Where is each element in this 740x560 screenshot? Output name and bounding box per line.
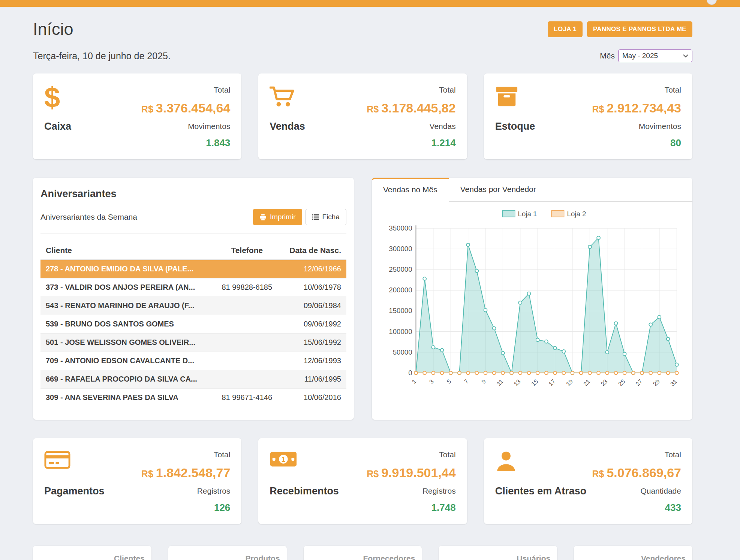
- svg-text:Loja 2: Loja 2: [567, 210, 586, 218]
- birthday-row[interactable]: 539 - BRUNO DOS SANTOS GOMES09/06/1992: [40, 315, 346, 333]
- birthday-row[interactable]: 373 - VALDIR DOS ANJOS PEREIRA (AN...81 …: [40, 278, 346, 296]
- vendas-tab-bar: Vendas no Mês Vendas por Vendedor: [372, 178, 692, 202]
- chevron-down-icon: [683, 54, 688, 58]
- birthday-phone: [214, 260, 280, 278]
- list-icon: [312, 214, 319, 220]
- count-value: 1.843: [206, 137, 230, 149]
- svg-text:250000: 250000: [389, 265, 412, 273]
- svg-text:200000: 200000: [389, 286, 412, 294]
- stat-label: Recebimentos: [270, 485, 339, 497]
- total-label: Total: [665, 85, 681, 94]
- birthday-client: 669 - RAFAELA PROCOPIO DA SILVA CA...: [40, 370, 214, 388]
- person-icon: [495, 450, 587, 479]
- current-date: Terça-feira, 10 de junho de 2025.: [33, 51, 171, 61]
- birthday-date: 09/06/1984: [280, 296, 346, 315]
- birthday-row[interactable]: 309 - ANA SEVERINA PAES DA SILVA81 99671…: [40, 388, 346, 407]
- birthday-client: 278 - ANTONIO EMIDIO DA SILVA (PALE...: [40, 260, 214, 278]
- count-value: 80: [670, 137, 681, 149]
- svg-text:100000: 100000: [389, 328, 412, 335]
- tab-vendas-por-vendedor[interactable]: Vendas por Vendedor: [449, 178, 547, 201]
- top-stats-row: $ Caixa Total R$3.376.454,64 Movimentos …: [33, 73, 692, 159]
- company-button[interactable]: PANNOS E PANNOS LTDA ME: [587, 21, 692, 37]
- birthday-phone: [214, 315, 280, 333]
- stat-label: Pagamentos: [44, 485, 105, 497]
- birthday-phone: 81 99671-4146: [214, 388, 280, 407]
- svg-text:17: 17: [547, 378, 556, 387]
- svg-text:21: 21: [582, 378, 591, 387]
- estoque-card: Estoque Total R$2.912.734,43 Movimentos …: [484, 73, 692, 159]
- svg-text:13: 13: [512, 378, 522, 387]
- store-button[interactable]: LOJA 1: [548, 21, 583, 37]
- total-value: R$3.178.445,82: [367, 101, 456, 115]
- imprimir-button[interactable]: Imprimir: [253, 209, 302, 225]
- bottom-stats-row: Pagamentos Total R$1.842.548,77 Registro…: [33, 438, 692, 524]
- total-value: R$9.919.501,44: [367, 466, 456, 480]
- birthday-phone: [214, 333, 280, 352]
- summary-card-produtos: Produtos: [168, 546, 287, 560]
- count-label: Movimentos: [639, 122, 681, 131]
- birthday-date: 10/06/2016: [280, 388, 346, 407]
- ficha-button[interactable]: Ficha: [306, 209, 346, 225]
- svg-text:50000: 50000: [393, 348, 412, 356]
- stat-label: Clientes em Atraso: [495, 485, 587, 497]
- birthday-row[interactable]: 278 - ANTONIO EMIDIO DA SILVA (PALE...12…: [40, 260, 346, 278]
- svg-text:1: 1: [282, 455, 285, 463]
- total-label: Total: [214, 85, 230, 94]
- printer-icon: [259, 214, 267, 221]
- summary-card-label: Clientes: [40, 554, 145, 560]
- summary-card-fornecedores: Fornecedores: [304, 546, 422, 560]
- birthday-phone: 81 99828-6185: [214, 278, 280, 296]
- total-label: Total: [439, 85, 455, 94]
- svg-text:23: 23: [599, 378, 609, 387]
- birthday-date: 12/06/1966: [280, 260, 346, 278]
- svg-text:3: 3: [428, 378, 435, 385]
- stat-label: Vendas: [270, 121, 305, 132]
- svg-text:300000: 300000: [389, 245, 412, 253]
- month-select[interactable]: May - 2025: [618, 49, 692, 62]
- count-value: 126: [214, 502, 230, 514]
- month-label: Mês: [600, 51, 615, 60]
- birthday-date: 15/06/1992: [280, 333, 346, 352]
- sales-chart-svg: 0500001000001500002000002500003000003500…: [381, 206, 683, 405]
- aniversariantes-panel: Aniversariantes Aniversariantes da Seman…: [33, 178, 354, 420]
- user-avatar[interactable]: [707, 0, 717, 5]
- svg-text:19: 19: [565, 378, 574, 387]
- birthday-row[interactable]: 543 - RENATO MARINHO DE ARAUJO (F...09/0…: [40, 296, 346, 315]
- count-value: 1.214: [431, 137, 456, 149]
- svg-text:7: 7: [463, 378, 470, 385]
- birthday-row[interactable]: 709 - ANTONIO EDSON CAVALCANTE D...12/06…: [40, 352, 346, 370]
- birthday-client: 539 - BRUNO DOS SANTOS GOMES: [40, 315, 214, 333]
- total-label: Total: [214, 450, 230, 459]
- top-navigation-bar: [0, 0, 740, 7]
- caixa-card: $ Caixa Total R$3.376.454,64 Movimentos …: [33, 73, 241, 159]
- birthday-row[interactable]: 501 - JOSE WELISSON GOMES OLIVEIR...15/0…: [40, 333, 346, 352]
- page-title: Início: [33, 19, 73, 39]
- count-value: 433: [665, 502, 681, 514]
- svg-text:9: 9: [480, 378, 487, 385]
- summary-card-vendedores: Vendedores: [574, 546, 692, 560]
- footer-summary-row: ClientesProdutosFornecedoresUsuáriosVend…: [33, 546, 692, 560]
- column-header-telefone: Telefone: [214, 242, 280, 260]
- pagamentos-card: Pagamentos Total R$1.842.548,77 Registro…: [33, 438, 241, 524]
- aniversariantes-title: Aniversariantes: [40, 188, 346, 200]
- credit-card-icon: [44, 450, 105, 479]
- birthday-client: 373 - VALDIR DOS ANJOS PEREIRA (AN...: [40, 278, 214, 296]
- svg-text:Loja 1: Loja 1: [518, 210, 537, 218]
- tab-vendas-no-mes[interactable]: Vendas no Mês: [372, 178, 449, 202]
- summary-card-usuarios: Usuários: [439, 546, 557, 560]
- svg-text:29: 29: [652, 378, 661, 387]
- dollar-icon: $: [44, 85, 71, 114]
- count-label: Movimentos: [188, 122, 230, 131]
- svg-text:15: 15: [530, 378, 539, 387]
- total-label: Total: [665, 450, 681, 459]
- birthday-phone: [214, 296, 280, 315]
- svg-text:150000: 150000: [389, 307, 412, 314]
- recebimentos-card: 1 Recebimentos Total R$9.919.501,44 Regi…: [258, 438, 467, 524]
- count-label: Vendas: [430, 122, 456, 131]
- svg-text:1: 1: [410, 378, 417, 385]
- birthday-row[interactable]: 669 - RAFAELA PROCOPIO DA SILVA CA...11/…: [40, 370, 346, 388]
- stat-label: Estoque: [495, 121, 535, 132]
- birthday-client: 309 - ANA SEVERINA PAES DA SILVA: [40, 388, 214, 407]
- column-header-cliente: Cliente: [40, 242, 214, 260]
- month-select-value: May - 2025: [622, 52, 658, 60]
